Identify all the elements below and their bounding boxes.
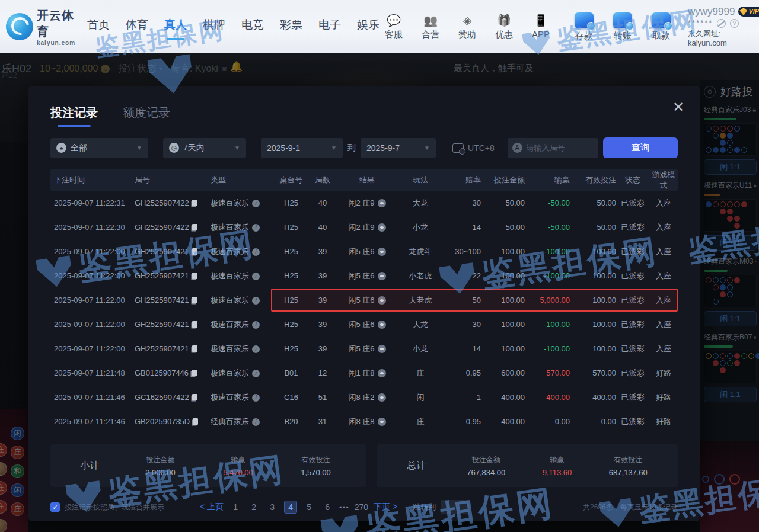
time-range-select[interactable]: ◷ 7天内 ▼	[163, 138, 246, 158]
page-number-270[interactable]: 270	[355, 501, 368, 514]
info-icon[interactable]: i	[252, 200, 260, 207]
cell-round-no: 51	[308, 393, 337, 402]
table-row[interactable]: 2025-09-07 11:22:00 GH2525907421 极速百家乐i …	[50, 264, 678, 288]
copy-icon[interactable]	[192, 345, 197, 352]
close-icon[interactable]: ✕	[672, 100, 684, 114]
column-header: 局数	[308, 175, 337, 185]
info-icon[interactable]: i	[252, 321, 260, 329]
eye-icon[interactable]	[378, 248, 386, 256]
nav-item-娱乐[interactable]: 娱乐	[357, 17, 380, 36]
cell-win-loss: -100.00	[525, 344, 570, 353]
cell-result: 闲2 庄9	[337, 198, 397, 209]
tab-投注记录[interactable]: 投注记录	[50, 105, 98, 127]
game-type-select[interactable]: ♠ 全部 ▼	[50, 138, 148, 158]
table-row[interactable]: 2025-09-07 11:22:31 GH2525907422 极速百家乐i …	[50, 191, 678, 215]
copy-icon[interactable]	[192, 273, 197, 279]
cell-game-type: 极速百家乐i	[211, 392, 275, 403]
nav-item-彩票[interactable]: 彩票	[280, 17, 302, 36]
column-header: 输赢	[525, 175, 570, 185]
copy-icon[interactable]	[192, 200, 197, 206]
page-number-4[interactable]: 4	[284, 501, 297, 514]
nav-item-棋牌[interactable]: 棋牌	[203, 17, 225, 36]
cell-game-mode: 好路	[649, 392, 678, 403]
quick-link-合营[interactable]: 👥 合营	[416, 14, 445, 40]
copy-icon[interactable]	[192, 248, 197, 255]
copy-icon[interactable]	[192, 224, 197, 230]
table-row[interactable]: 2025-09-07 11:22:00 GH2525907421 极速百家乐i …	[50, 239, 678, 264]
brand-logo[interactable]: 开云体育 kaiyun.com	[6, 8, 74, 46]
copy-icon[interactable]	[192, 370, 197, 376]
info-icon[interactable]: i	[252, 370, 260, 377]
game-type-value: 全部	[71, 143, 87, 153]
copy-icon[interactable]	[193, 418, 198, 425]
copy-icon[interactable]	[192, 297, 197, 303]
cell-round-id: GB0125907446	[135, 368, 211, 377]
cell-play-type: 庄	[397, 368, 444, 379]
eye-icon[interactable]	[378, 345, 386, 353]
nav-item-体育[interactable]: 体育	[126, 17, 148, 36]
cell-bet-time: 2025-09-07 11:22:00	[50, 271, 135, 280]
page-number-3[interactable]: 3	[266, 501, 279, 514]
prev-page-button[interactable]: < 上页	[200, 502, 224, 512]
merge-checkbox[interactable]: ✓	[50, 502, 60, 512]
table-row[interactable]: 2025-09-07 11:21:46 GC1625907422 极速百家乐i …	[50, 385, 678, 409]
next-page-button[interactable]: 下页 >	[374, 502, 397, 512]
eye-icon[interactable]	[378, 418, 386, 426]
info-icon[interactable]: i	[252, 248, 260, 256]
wallet-action-转账[interactable]: 转账	[608, 12, 637, 41]
page-number-6[interactable]: 6	[321, 501, 334, 514]
info-icon[interactable]: i	[252, 394, 260, 402]
page-number-5[interactable]: 5	[302, 501, 315, 514]
quick-link-优惠[interactable]: 🎁 优惠	[490, 14, 518, 40]
eye-icon[interactable]	[378, 296, 386, 305]
table-row[interactable]: 2025-09-07 11:22:00 GH2525907421 极速百家乐i …	[50, 312, 678, 336]
filter-bar: ♠ 全部 ▼ ◷ 7天内 ▼ 2025-9-1 ▼ 到 2025-9-7 ▼ U…	[50, 137, 678, 158]
page-number-2[interactable]: 2	[247, 501, 260, 514]
cell-valid-bet: 100.00	[570, 344, 616, 353]
page-number-1[interactable]: 1	[229, 501, 242, 514]
date-from-select[interactable]: 2025-9-1 ▼	[261, 138, 343, 158]
column-header: 有效投注	[570, 175, 616, 185]
query-button[interactable]: 查询	[603, 137, 678, 158]
eye-icon[interactable]	[378, 369, 386, 377]
table-row[interactable]: 2025-09-07 11:22:00 GH2525907421 极速百家乐i …	[50, 336, 678, 361]
eye-icon[interactable]	[378, 393, 386, 402]
cell-round-no: 40	[308, 223, 337, 232]
date-to-select[interactable]: 2025-9-7 ▼	[361, 138, 436, 158]
info-icon[interactable]: i	[252, 273, 260, 280]
nav-item-电子[interactable]: 电子	[318, 17, 341, 36]
table-row[interactable]: 2025-09-07 11:22:00 GH2525907421 极速百家乐i …	[50, 288, 678, 312]
eye-off-icon[interactable]	[717, 19, 726, 28]
eye-icon[interactable]	[378, 272, 386, 280]
eye-icon[interactable]	[378, 223, 386, 232]
quick-link-APP[interactable]: 📱 APP	[527, 14, 555, 40]
info-icon[interactable]: i	[252, 345, 260, 353]
bet-table-header: 下注时间局号类型桌台号局数结果玩法赔率投注金额输赢有效投注状态游戏模式	[50, 169, 678, 191]
table-row[interactable]: 2025-09-07 11:21:46 GB202590735D 经典百家乐i …	[50, 409, 678, 434]
table-row[interactable]: 2025-09-07 11:22:30 GH2525907422 极速百家乐i …	[50, 215, 678, 239]
cell-valid-bet: 570.00	[570, 368, 616, 377]
nav-item-真人[interactable]: 真人	[164, 17, 187, 36]
copy-icon[interactable]	[192, 394, 197, 400]
info-icon[interactable]: i	[252, 297, 260, 305]
nav-item-首页[interactable]: 首页	[87, 17, 110, 36]
quick-link-赞助[interactable]: ◈ 赞助	[453, 14, 481, 40]
cell-win-loss: 570.00	[525, 368, 570, 377]
jump-page-input[interactable]	[441, 500, 469, 514]
refresh-circle-icon[interactable]: V	[730, 19, 739, 28]
cell-table-no: B01	[275, 368, 308, 377]
eye-icon[interactable]	[378, 199, 386, 207]
quick-link-客服[interactable]: 💬 客服	[380, 14, 408, 40]
cell-result: 闲2 庄9	[337, 222, 397, 233]
wallet-action-存款[interactable]: 存款	[569, 12, 599, 41]
info-icon[interactable]: i	[252, 418, 260, 426]
nav-item-电竞[interactable]: 电竞	[241, 17, 264, 36]
eye-icon[interactable]	[378, 321, 386, 329]
tab-额度记录[interactable]: 额度记录	[123, 105, 170, 127]
wallet-action-取款[interactable]: 取款	[646, 12, 676, 41]
cell-play-type: 庄	[397, 416, 444, 427]
copy-icon[interactable]	[192, 321, 197, 328]
table-row[interactable]: 2025-09-07 11:21:48 GB0125907446 极速百家乐i …	[50, 361, 678, 385]
info-icon[interactable]: i	[252, 224, 260, 232]
bet-records-modal: 投注记录额度记录 ✕ ♠ 全部 ▼ ◷ 7天内 ▼ 2025-9-1 ▼ 到 2…	[28, 86, 700, 521]
